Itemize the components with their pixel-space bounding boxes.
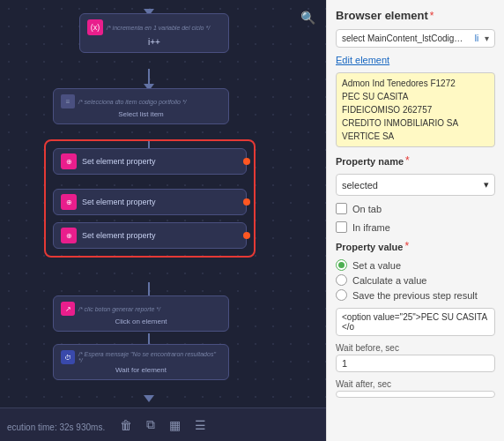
in-iframe-label: In iframe (352, 222, 390, 233)
value-textarea[interactable]: <option value="25">PEC SU CASITA</o (336, 308, 495, 336)
set-icon-2: ⊕ (61, 194, 77, 210)
element-select-row[interactable]: select MainContent_lstCodigo_Port li ▾ (336, 29, 495, 48)
wait-before-section: Wait before, sec 1 (336, 343, 495, 372)
select-list-label: Select list item (61, 110, 221, 118)
radio-calculate-label: Calculate a value (352, 275, 426, 286)
list-item-1: PEC SU CASITA (342, 90, 489, 103)
click-label: Click on element (61, 318, 221, 325)
delete-icon[interactable]: 🗑 (120, 418, 132, 432)
click-icon: ↗ (61, 302, 75, 316)
edit-element-link[interactable]: Edit element (336, 55, 495, 65)
dot-right-2 (243, 198, 250, 206)
node-wait-element[interactable]: ⏱ /* Espera mensaje "No se encontraron r… (53, 344, 229, 380)
wait-after-section: Wait after, sec (336, 379, 495, 398)
value-asterisk: * (404, 240, 409, 252)
node-increment[interactable]: (x) /* incrementa en 1 variable del cicl… (79, 13, 229, 53)
click-comment: /* clic boton generar reporte */ (78, 306, 160, 312)
dot-right-1 (243, 158, 250, 165)
node-click-element[interactable]: ↗ /* clic boton generar reporte */ Click… (53, 295, 229, 332)
wait-comment: /* Espera mensaje "No se encontraron res… (78, 351, 221, 363)
radio-group: Set a value Calculate a value Save the p… (336, 259, 495, 301)
set-prop-1-label: Set element property (82, 157, 156, 166)
panel-title: Browser element (336, 9, 428, 22)
on-tab-row[interactable]: On tab (336, 203, 495, 214)
dot-right-3 (243, 232, 250, 239)
group-icon[interactable]: ▦ (169, 418, 181, 432)
on-tab-checkbox[interactable] (336, 203, 347, 214)
property-asterisk: * (405, 154, 410, 167)
radio-set-value-label: Set a value (352, 260, 401, 271)
wait-icon: ⏱ (61, 350, 75, 364)
copy-icon[interactable]: ⧉ (146, 417, 155, 432)
node-set-property-3[interactable]: ⊕ Set element property (53, 222, 247, 249)
list-item-3: CREDITO INMOBILIARIO SA (342, 116, 489, 130)
node-select-list[interactable]: ≡ /* selecciona dto item codigo portfoli… (53, 88, 229, 124)
radio-save-prev[interactable]: Save the previous step result (336, 289, 495, 301)
select-comment: /* selecciona dto item codigo portfolio … (78, 99, 187, 105)
set-icon-1: ⊕ (61, 153, 77, 169)
increment-icon: (x) (87, 19, 103, 35)
list-item-0: Admon Ind Tenedores F1272 (342, 77, 489, 90)
right-panel: Browser element * select MainContent_lst… (326, 0, 504, 441)
list-item-2: FIDEICOMISO 262757 (342, 103, 489, 116)
property-name-label: Property name (336, 156, 404, 167)
radio-save-prev-label: Save the previous step result (352, 290, 478, 301)
radio-calculate[interactable]: Calculate a value (336, 274, 495, 286)
wait-after-label: Wait after, sec (336, 379, 495, 389)
property-name-value: selected (342, 180, 378, 191)
set-icon-3: ⊕ (61, 228, 77, 243)
property-name-chevron: ▾ (484, 179, 489, 191)
node-set-property-1[interactable]: ⊕ Set element property (53, 148, 247, 175)
set-property-group: ⊕ Set element property ⊕ Set element pro… (44, 139, 256, 258)
settings-icon[interactable]: ☰ (195, 418, 206, 432)
property-value-label: Property value (336, 242, 403, 252)
on-tab-label: On tab (352, 204, 382, 214)
property-name-dropdown[interactable]: selected ▾ (336, 174, 495, 196)
wait-label: Wait for element (61, 366, 221, 374)
set-prop-3-label: Set element property (82, 231, 156, 240)
workflow-canvas: 🔍 (x) /* incrementa en 1 variable del ci… (0, 0, 326, 441)
wait-before-input[interactable]: 1 (336, 355, 495, 372)
increment-code: i++ (87, 37, 221, 47)
in-iframe-checkbox[interactable] (336, 221, 347, 233)
in-iframe-row[interactable]: In iframe (336, 221, 495, 233)
element-select-suffix: li (475, 34, 478, 43)
title-asterisk: * (430, 10, 434, 22)
radio-set-value-btn[interactable] (336, 259, 347, 271)
list-item-4: VERTICE SA (342, 130, 489, 143)
node-set-property-2[interactable]: ⊕ Set element property (53, 189, 247, 215)
wait-before-label: Wait before, sec (336, 343, 495, 353)
node-area: 🔍 (x) /* incrementa en 1 variable del ci… (0, 0, 326, 407)
execution-time: ecution time: 32s 930ms. (7, 422, 105, 432)
set-prop-2-label: Set element property (82, 198, 156, 206)
radio-set-value[interactable]: Set a value (336, 259, 495, 271)
element-list-box: Admon Ind Tenedores F1272 PEC SU CASITA … (336, 72, 495, 147)
radio-calculate-btn[interactable] (336, 274, 347, 286)
arrow-bottom (144, 395, 154, 402)
increment-comment: /* incrementa en 1 variable del ciclo */ (107, 25, 210, 31)
list-icon: ≡ (61, 94, 75, 108)
search-icon[interactable]: 🔍 (300, 11, 315, 25)
element-select-value: select MainContent_lstCodigo_Port (342, 34, 465, 43)
chevron-icon: ▾ (485, 34, 489, 43)
wait-after-input[interactable] (336, 391, 495, 398)
radio-save-prev-btn[interactable] (336, 289, 347, 301)
